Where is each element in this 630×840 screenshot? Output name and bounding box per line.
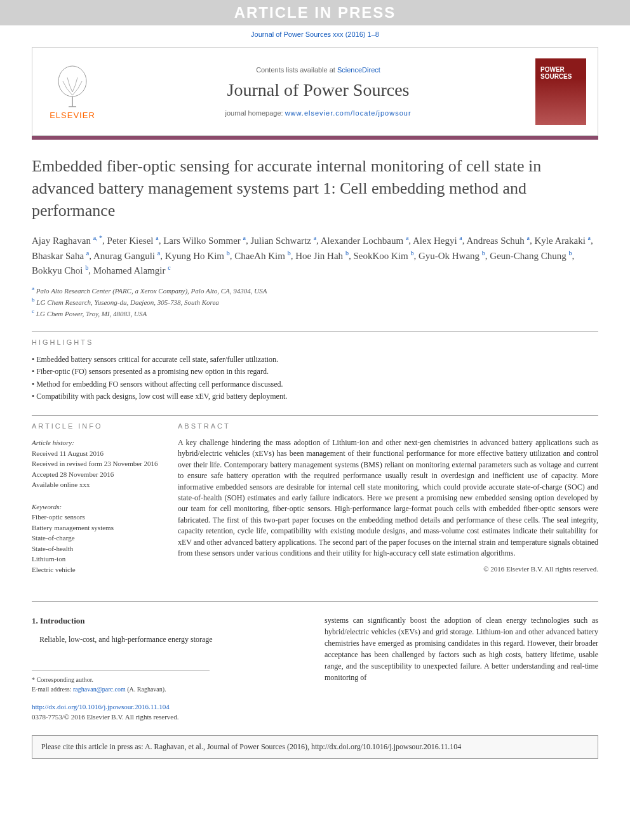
- keyword-item: Battery management systems: [32, 523, 159, 533]
- journal-homepage: journal homepage: www.elsevier.com/locat…: [101, 109, 535, 117]
- article-title: Embedded fiber-optic sensing for accurat…: [32, 155, 598, 222]
- cover-title: POWER SOURCES: [540, 66, 586, 80]
- abstract-text: A key challenge hindering the mass adopt…: [178, 437, 598, 559]
- header-divider-bar: [32, 136, 598, 140]
- journal-name: Journal of Power Sources: [101, 80, 535, 100]
- highlight-item: Method for embedding FO sensors without …: [32, 378, 598, 390]
- elsevier-logo: ELSEVIER: [44, 63, 101, 120]
- article-info-label: ARTICLE INFO: [32, 422, 159, 430]
- introduction-section: 1. Introduction Reliable, low-cost, and …: [32, 615, 598, 723]
- citation-box: Please cite this article in press as: A.…: [32, 735, 598, 759]
- keyword-item: State-of-health: [32, 543, 159, 554]
- abstract-copyright: © 2016 Elsevier B.V. All rights reserved…: [178, 565, 598, 573]
- affiliations: a Palo Alto Research Center (PARC, a Xer…: [32, 284, 598, 319]
- keyword-item: Lithium-ion: [32, 554, 159, 564]
- journal-header: ELSEVIER Contents lists available at Sci…: [32, 47, 598, 136]
- article-history: Article history: Received 11 August 2016…: [32, 437, 159, 490]
- author-list: Ajay Raghavan a, *, Peter Kiesel a, Lars…: [32, 233, 598, 278]
- highlight-item: Embedded battery sensors critical for ac…: [32, 354, 598, 366]
- keywords-block: Keywords: Fiber-optic sensorsBattery man…: [32, 502, 159, 575]
- highlights-label: HIGHLIGHTS: [32, 338, 598, 346]
- article-in-press-banner: ARTICLE IN PRESS: [0, 0, 630, 25]
- intro-text-col2: systems can significantly boost the adop…: [325, 615, 598, 683]
- corresponding-email-link[interactable]: raghavan@parc.com: [73, 686, 126, 693]
- sciencedirect-link[interactable]: ScienceDirect: [337, 66, 380, 74]
- highlights-list: Embedded battery sensors critical for ac…: [32, 354, 598, 403]
- keyword-item: Electric vehicle: [32, 564, 159, 575]
- elsevier-tree-icon: [53, 63, 91, 108]
- abstract-label: ABSTRACT: [178, 422, 598, 430]
- journal-reference: Journal of Power Sources xxx (2016) 1–8: [0, 25, 630, 47]
- highlight-item: Fiber-optic (FO) sensors presented as a …: [32, 366, 598, 378]
- corresponding-footnote: * Corresponding author. E-mail address: …: [32, 670, 210, 694]
- highlight-item: Compatibility with pack designs, low cos…: [32, 390, 598, 403]
- intro-text-col1: Reliable, low-cost, and high-performance…: [32, 634, 305, 645]
- intro-heading: 1. Introduction: [32, 615, 305, 627]
- contents-available: Contents lists available at ScienceDirec…: [101, 66, 535, 74]
- keyword-item: Fiber-optic sensors: [32, 512, 159, 523]
- homepage-link[interactable]: www.elsevier.com/locate/jpowsour: [285, 109, 412, 117]
- elsevier-text: ELSEVIER: [50, 110, 95, 120]
- doi-block: http://dx.doi.org/10.1016/j.jpowsour.201…: [32, 702, 305, 723]
- doi-link[interactable]: http://dx.doi.org/10.1016/j.jpowsour.201…: [32, 703, 170, 710]
- journal-cover-thumbnail: POWER SOURCES: [535, 58, 586, 125]
- keyword-item: State-of-charge: [32, 533, 159, 543]
